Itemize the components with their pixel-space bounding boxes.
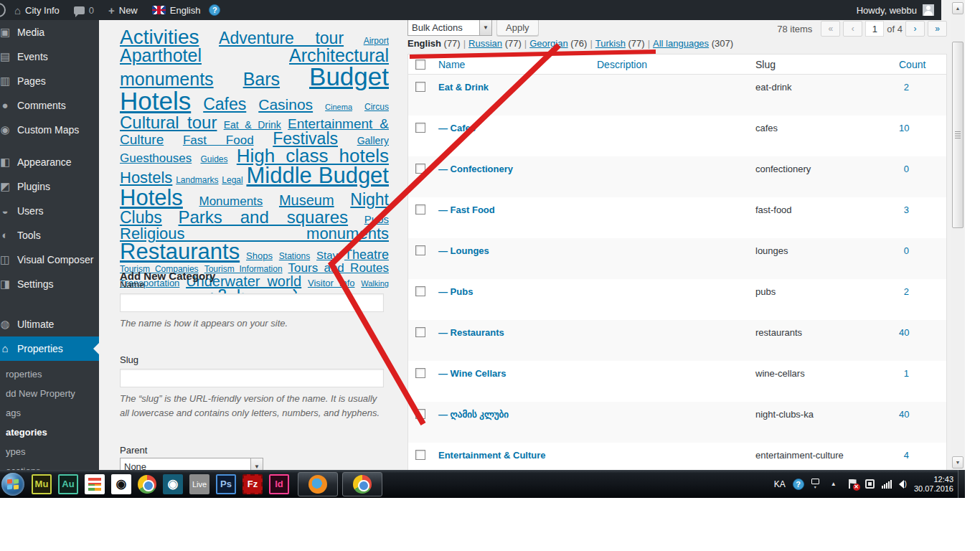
adobe-muse-icon[interactable]: Mu	[32, 474, 52, 494]
scroll-down-button[interactable]: ▼	[952, 456, 963, 468]
row-checkbox[interactable]	[415, 327, 425, 337]
count-link[interactable]: 1	[904, 368, 909, 379]
safely-remove-hardware-icon[interactable]	[865, 479, 875, 489]
tag-link[interactable]: Visitor Info	[308, 278, 355, 288]
name-input[interactable]	[120, 293, 384, 312]
tag-link[interactable]: Museum	[279, 192, 334, 208]
sidebar-item-events[interactable]: ▤Events	[0, 44, 99, 69]
row-checkbox[interactable]	[415, 82, 425, 92]
language-filter-label[interactable]: Turkish	[595, 38, 626, 49]
tag-link[interactable]: Pubs	[364, 213, 389, 225]
row-checkbox[interactable]	[415, 368, 425, 378]
row-checkbox[interactable]	[415, 204, 425, 215]
tag-link[interactable]: Monuments	[199, 194, 263, 208]
firefox-taskbar-button[interactable]	[298, 472, 338, 496]
category-name-link[interactable]: — Confectionery	[438, 164, 513, 174]
count-link[interactable]: 0	[904, 164, 909, 174]
count-link[interactable]: 2	[904, 82, 909, 93]
sidebar-item-ultimate[interactable]: ◍Ultimate	[0, 312, 99, 336]
row-checkbox[interactable]	[415, 123, 425, 133]
category-name-link[interactable]: Entertainment & Culture	[438, 450, 546, 461]
count-link[interactable]: 4	[904, 450, 909, 461]
category-name-link[interactable]: — Pubs	[438, 286, 473, 297]
filezilla-icon[interactable]: Fz	[242, 474, 263, 494]
tray-help-icon[interactable]: ?	[793, 479, 804, 490]
sidebar-item-custom-maps[interactable]: ◉Custom Maps	[0, 118, 99, 142]
sidebar-item-plugins[interactable]: ◩Plugins	[0, 174, 99, 199]
tag-link[interactable]: Landmarks	[176, 175, 218, 185]
last-page-button[interactable]: »	[928, 21, 947, 37]
new-content-link[interactable]: + New	[101, 0, 145, 20]
slug-input[interactable]	[120, 369, 384, 387]
category-name-link[interactable]: — Fast Food	[438, 204, 495, 215]
next-page-button[interactable]: ›	[905, 21, 925, 37]
dot-circle-white-app-icon[interactable]: ◉	[111, 474, 131, 494]
tag-link[interactable]: Tours and Routes	[288, 261, 389, 275]
count-link[interactable]: 3	[904, 204, 909, 215]
submenu-item-ocations[interactable]: ocations	[0, 461, 99, 470]
tag-link[interactable]: Hostels	[120, 169, 172, 187]
language-filter-label[interactable]: Russian	[468, 38, 502, 49]
keyboard-language-indicator[interactable]: KA	[774, 479, 786, 489]
tag-link[interactable]: Aparthotel	[120, 45, 202, 65]
submenu-item-ags[interactable]: ags	[0, 403, 99, 423]
submenu-item-ypes[interactable]: ypes	[0, 442, 99, 461]
category-name-link[interactable]: — Restaurants	[438, 327, 504, 338]
ableton-live-icon[interactable]: Live	[189, 474, 209, 494]
sidebar-item-pages[interactable]: ▥Pages	[0, 69, 99, 93]
app-grid-icon[interactable]	[85, 474, 105, 494]
indesign-icon[interactable]: Id	[269, 474, 289, 494]
sidebar-item-properties[interactable]: ⌂Properties	[0, 336, 99, 361]
bulk-actions-select[interactable]: Bulk Actions ▼	[407, 19, 492, 36]
sidebar-item-visual-composer[interactable]: ◫Visual Composer	[0, 248, 99, 272]
language-filter-russian[interactable]: Russian (77)	[468, 38, 522, 49]
category-name-link[interactable]: — Lounges	[438, 245, 489, 256]
scrollbar-thumb[interactable]	[952, 42, 963, 228]
dot-circle-teal-app-icon[interactable]: ◉	[163, 474, 183, 494]
start-button[interactable]	[1, 473, 24, 496]
hidden-icons-button[interactable]: ▲	[826, 481, 841, 487]
tag-link[interactable]: Casinos	[258, 96, 313, 113]
sidebar-item-comments[interactable]: ●Comments	[0, 93, 99, 118]
sidebar-item-settings[interactable]: ◨Settings	[0, 272, 99, 296]
tag-link[interactable]: Restaurants	[120, 239, 240, 264]
row-checkbox[interactable]	[415, 450, 425, 460]
tag-link[interactable]: Adventure tour	[219, 29, 344, 47]
layout-switcher-icon[interactable]: ▾	[811, 479, 819, 489]
show-desktop-button[interactable]	[958, 470, 965, 498]
language-filter-label[interactable]: All languages	[653, 38, 709, 49]
submenu-item-roperties[interactable]: roperties	[0, 364, 99, 384]
language-filter-label[interactable]: Georgian	[529, 38, 567, 49]
site-name-link[interactable]: ⌂ City Info	[7, 0, 67, 20]
tag-link[interactable]: Cinema	[325, 103, 352, 111]
tag-link[interactable]: Airport	[364, 36, 389, 46]
tag-link[interactable]: Stay	[316, 249, 338, 261]
category-name-link[interactable]: — Wine Cellars	[438, 368, 507, 379]
submenu-item-dd-new-property[interactable]: dd New Property	[0, 384, 99, 403]
category-name-link[interactable]: Eat & Drink	[438, 82, 489, 93]
network-signal-icon[interactable]	[882, 479, 892, 489]
language-switcher[interactable]: English	[145, 0, 208, 20]
parent-select[interactable]: None ▼	[120, 458, 263, 470]
comments-link[interactable]: 0	[67, 0, 101, 20]
chrome-taskbar-button[interactable]	[342, 472, 382, 496]
clock[interactable]: 12:43 30.07.2016	[914, 475, 953, 494]
scroll-up-button[interactable]: ▲	[952, 2, 963, 14]
select-all-checkbox[interactable]	[415, 60, 425, 70]
tag-link[interactable]: Stations	[279, 251, 310, 261]
row-checkbox[interactable]	[415, 409, 425, 419]
sidebar-item-appearance[interactable]: ◧Appearance	[0, 150, 99, 174]
tag-link[interactable]: Cafes	[203, 95, 246, 113]
count-link[interactable]: 40	[899, 409, 909, 420]
count-link[interactable]: 40	[899, 327, 909, 338]
language-filter-turkish[interactable]: Turkish (77)	[595, 38, 645, 49]
wordpress-logo-icon[interactable]	[0, 3, 7, 17]
chrome-icon[interactable]	[138, 475, 156, 494]
tag-link[interactable]: Cultural tour	[120, 113, 217, 132]
apply-button[interactable]: Apply	[496, 19, 539, 36]
tag-link[interactable]: Circus	[364, 102, 389, 112]
adobe-audition-icon[interactable]: Au	[58, 474, 78, 494]
sidebar-item-media[interactable]: ▣Media	[0, 20, 99, 44]
row-checkbox[interactable]	[415, 245, 425, 255]
count-link[interactable]: 2	[904, 286, 909, 297]
